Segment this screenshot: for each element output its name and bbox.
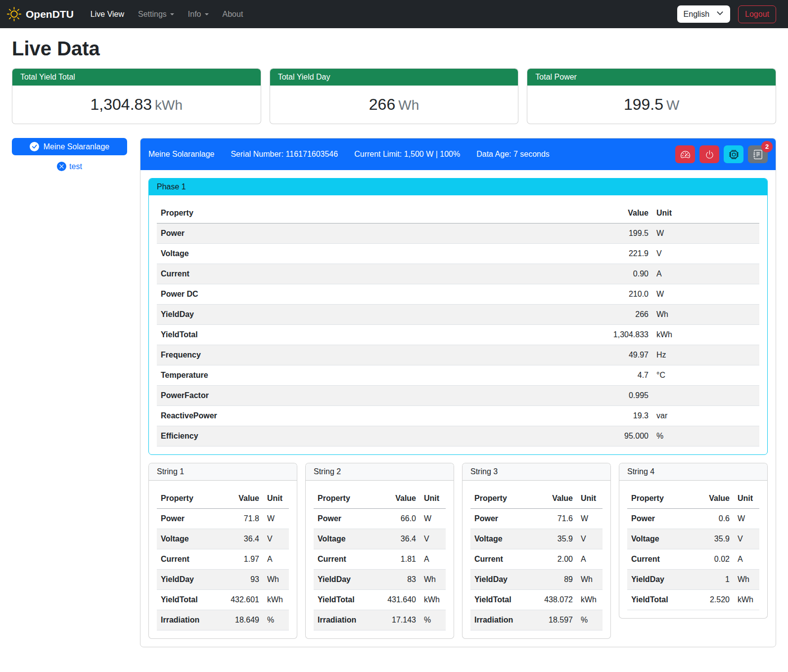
summary-unit: kWh (155, 97, 183, 113)
nav-item-settings[interactable]: Settings (131, 6, 181, 23)
property-cell: Current (157, 264, 453, 284)
unit-cell: W (652, 284, 759, 305)
value-cell: 1.81 (373, 549, 420, 570)
unit-cell (652, 386, 759, 406)
inverter-select-label: Meine Solaranlage (44, 142, 109, 151)
nav-item-label: About (223, 10, 243, 19)
string-card-body: Property Value Unit Power71.8WVoltage36.… (149, 481, 297, 638)
value-cell: 0.995 (453, 386, 652, 406)
table-row: Frequency49.97Hz (157, 345, 759, 365)
table-row: Voltage221.9V (157, 244, 759, 264)
phase-table: Property Value Unit Power199.5WVoltage22… (157, 203, 759, 447)
property-cell: Power DC (157, 284, 453, 305)
table-row: YieldDay1Wh (627, 570, 759, 590)
summary-card-total-yield-day: Total Yield Day 266Wh (270, 68, 519, 124)
string-card-3: String 3 Property Value Unit (462, 463, 611, 639)
inverter-item-test[interactable]: test (12, 162, 127, 171)
summary-card-total-yield-total: Total Yield Total 1,304.83kWh (12, 68, 261, 124)
brand[interactable]: OpenDTU (7, 7, 74, 21)
string-card-2: String 2 Property Value Unit (305, 463, 454, 639)
nav-item-info[interactable]: Info (181, 6, 216, 23)
property-cell: Temperature (157, 365, 453, 386)
x-circle-icon (57, 162, 66, 171)
value-cell: 17.143 (373, 610, 420, 630)
value-cell: 0.02 (687, 549, 734, 570)
column-header-value: Value (216, 489, 263, 509)
column-header-unit: Unit (577, 489, 603, 509)
table-row: YieldTotal438.072kWh (470, 590, 603, 610)
unit-cell: A (263, 549, 289, 570)
value-cell: 83 (373, 570, 420, 590)
unit-cell: A (734, 549, 759, 570)
summary-value: 266 (369, 95, 395, 113)
value-cell: 49.97 (453, 345, 652, 365)
property-cell: Current (157, 549, 216, 570)
property-cell: Irradiation (314, 610, 373, 630)
power-toggle-button[interactable] (699, 145, 719, 163)
summary-card-title: Total Power (527, 69, 776, 86)
unit-cell: % (652, 426, 759, 447)
check-circle-icon (30, 142, 39, 151)
inverter-select-button[interactable]: Meine Solaranlage (12, 138, 127, 155)
column-header-value: Value (530, 489, 577, 509)
event-log-button[interactable]: 2 (748, 145, 768, 163)
property-cell: YieldTotal (157, 325, 453, 345)
unit-cell: V (577, 529, 603, 549)
value-cell: 199.5 (453, 224, 652, 244)
string-table-body: Power71.8WVoltage36.4VCurrent1.97AYieldD… (157, 509, 289, 630)
column-header-value: Value (453, 203, 652, 224)
column-header-value: Value (373, 489, 420, 509)
table-row: Irradiation18.597% (470, 610, 603, 630)
logout-button[interactable]: Logout (738, 5, 776, 23)
summary-unit: W (666, 97, 679, 113)
summary-card-title: Total Yield Day (270, 69, 518, 86)
value-cell: 71.8 (216, 509, 263, 529)
inverter-name: Meine Solaranlage (148, 150, 214, 159)
unit-cell: Wh (652, 305, 759, 325)
string-card-body: Property Value Unit Power71.6WVoltage35.… (463, 481, 610, 638)
string-table-body: Power71.6WVoltage35.9VCurrent2.00AYieldD… (470, 509, 603, 630)
nav-item-about[interactable]: About (216, 6, 250, 23)
table-row: Temperature4.7°C (157, 365, 759, 386)
nav-links: Live View Settings Info About (84, 6, 250, 23)
property-cell: YieldDay (314, 570, 373, 590)
string-card-title: String 3 (463, 463, 610, 481)
language-select-value: English (684, 10, 709, 19)
inverter-header: Meine Solaranlage Serial Number: 1161716… (140, 138, 776, 170)
unit-cell: W (734, 509, 759, 529)
table-row: Power199.5W (157, 224, 759, 244)
top-navbar: OpenDTU Live View Settings Info About En… (0, 0, 788, 28)
column-header-unit: Unit (652, 203, 759, 224)
nav-item-live-view[interactable]: Live View (84, 6, 131, 23)
value-cell: 18.649 (216, 610, 263, 630)
unit-cell: kWh (652, 325, 759, 345)
property-cell: Current (470, 549, 530, 570)
string-table: Property Value Unit Power66.0WVoltage36.… (314, 489, 446, 630)
nav-item-label: Info (188, 10, 201, 19)
table-row: YieldTotal1,304.833kWh (157, 325, 759, 345)
phase-card: Phase 1 Property Value Unit Power199.5WV… (148, 178, 768, 455)
unit-cell: A (577, 549, 603, 570)
summary-row: Total Yield Total 1,304.83kWh Total Yiel… (12, 68, 776, 124)
string-table: Property Value Unit Power71.8WVoltage36.… (157, 489, 289, 630)
table-row: Irradiation18.649% (157, 610, 289, 630)
column-header-property: Property (314, 489, 373, 509)
strings-row: String 1 Property Value Unit (148, 463, 768, 639)
unit-cell: var (652, 406, 759, 426)
limit-settings-button[interactable] (675, 145, 695, 163)
page-title: Live Data (12, 38, 776, 60)
property-cell: Current (627, 549, 687, 570)
table-row: ReactivePower19.3var (157, 406, 759, 426)
device-info-button[interactable] (724, 145, 743, 163)
value-cell: 2.520 (687, 590, 734, 610)
column-header-value: Value (687, 489, 734, 509)
column-header-property: Property (157, 203, 453, 224)
unit-cell: W (577, 509, 603, 529)
inverter-limit: Current Limit: 1,500 W | 100% (354, 150, 460, 159)
inverter-data-age: Data Age: 7 seconds (476, 150, 550, 159)
language-select[interactable]: English (677, 5, 730, 23)
inverter-sidebar: Meine Solaranlage test (12, 138, 127, 171)
table-row: Voltage35.9V (627, 529, 759, 549)
select-chevron-icon (716, 9, 724, 19)
phase-table-body: Power199.5WVoltage221.9VCurrent0.90APowe… (157, 224, 759, 447)
